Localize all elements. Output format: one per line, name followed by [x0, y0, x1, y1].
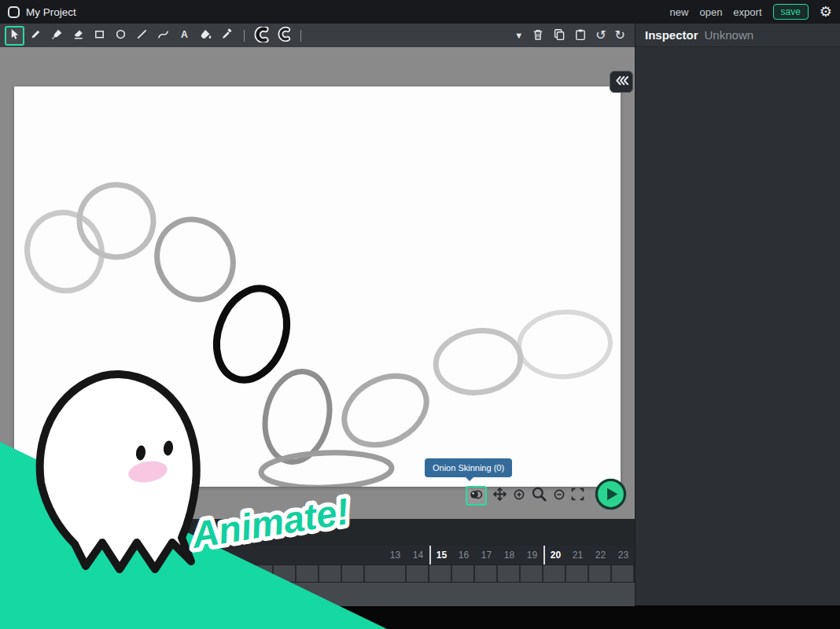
line-tool-button[interactable]	[132, 26, 152, 46]
timeline-cells[interactable]	[0, 565, 635, 583]
top-bar: My Project new open export save ⚙	[0, 0, 840, 24]
rectangle-tool-button[interactable]	[90, 26, 109, 46]
curve-tool-button[interactable]	[153, 26, 173, 46]
eraser-icon	[72, 28, 84, 42]
timeline-frame-17[interactable]: 17	[475, 546, 498, 565]
frame-options-dropdown[interactable]: ▼	[514, 31, 523, 40]
svg-text:A: A	[181, 29, 188, 40]
pan-button[interactable]	[492, 487, 507, 504]
text-tool-button[interactable]: A	[175, 26, 194, 46]
ellipse-icon	[115, 28, 127, 42]
timeline-frame-15[interactable]: 15	[429, 546, 452, 565]
eraser-tool-button[interactable]	[68, 26, 88, 46]
trash-icon	[532, 28, 544, 43]
timeline-frame-22[interactable]: 22	[589, 546, 612, 565]
timeline-frame-16[interactable]: 16	[452, 546, 475, 565]
clip-after-button[interactable]	[274, 26, 293, 46]
zoom-in-button[interactable]	[513, 488, 525, 503]
zoom-in-icon	[513, 488, 525, 503]
clip-before-button[interactable]	[252, 26, 271, 46]
eyedropper-icon	[221, 28, 233, 42]
text-tool-icon: A	[179, 28, 190, 42]
timeline-frame-18[interactable]: 18	[498, 546, 521, 565]
new-button[interactable]: new	[670, 6, 689, 18]
clip-after-icon	[276, 27, 292, 44]
app-logo-icon	[8, 6, 20, 18]
rectangle-icon	[94, 28, 105, 42]
eyedropper-tool-button[interactable]	[217, 26, 237, 46]
zoom-out-button[interactable]	[553, 488, 566, 503]
timeline: 1314151617181920212223	[0, 519, 635, 606]
select-tool-button[interactable]	[5, 26, 24, 46]
inspector-panel	[635, 47, 840, 605]
zoom-out-icon	[553, 488, 566, 503]
toolbar-separator	[300, 30, 301, 42]
pen-tool-button[interactable]	[47, 26, 67, 46]
fill-tool-button[interactable]	[196, 26, 216, 46]
inspector-header: Inspector Unknown	[635, 24, 840, 47]
fit-screen-button[interactable]	[571, 487, 584, 503]
onion-skin-icon	[470, 488, 483, 503]
timeline-frame-numbers[interactable]: 1314151617181920212223	[0, 546, 635, 565]
zoom-level-button[interactable]	[531, 486, 547, 505]
timeline-frame-14[interactable]: 14	[407, 546, 429, 565]
canvas-zoom-toolbar	[466, 478, 627, 513]
onion-skin-button[interactable]	[466, 486, 487, 506]
line-icon	[136, 28, 148, 42]
onion-skinning-tooltip: Onion Skinning (0)	[425, 458, 512, 477]
timeline-lower-band	[0, 583, 635, 606]
tooltip-text: Onion Skinning (0)	[433, 463, 504, 473]
timeline-frame-20[interactable]: 20	[543, 546, 566, 565]
paint-bucket-icon	[200, 28, 212, 42]
curve-icon	[157, 28, 169, 42]
undo-button[interactable]: ↺	[595, 29, 606, 42]
copy-icon	[553, 28, 566, 43]
inspector-selection: Unknown	[705, 28, 754, 42]
delete-frame-button[interactable]	[532, 28, 544, 43]
timeline-frame-19[interactable]: 19	[521, 546, 543, 565]
pen-icon	[51, 28, 63, 42]
play-icon	[595, 478, 627, 513]
paste-icon	[574, 28, 587, 43]
drawing-canvas[interactable]	[14, 86, 621, 487]
ellipse-tool-button[interactable]	[111, 26, 131, 46]
project-title: My Project	[26, 6, 76, 18]
magnifier-icon	[531, 486, 547, 505]
redo-icon: ↻	[615, 29, 625, 42]
toolbar-separator	[244, 30, 245, 42]
tool-bar: A	[0, 24, 635, 47]
timeline-frame-21[interactable]: 21	[566, 546, 589, 565]
tooltip-arrow	[466, 477, 473, 481]
select-cursor-icon	[9, 28, 20, 42]
onion-skin-drawing	[14, 86, 621, 487]
timeline-frame-13[interactable]: 13	[384, 546, 407, 565]
copy-frame-button[interactable]	[553, 28, 566, 43]
inspector-title: Inspector	[645, 28, 698, 42]
pencil-icon	[30, 28, 42, 42]
app-window: My Project new open export save ⚙	[0, 0, 840, 629]
triple-chevron-left-icon	[614, 75, 629, 89]
save-button[interactable]: save	[773, 4, 809, 20]
paste-frame-button[interactable]	[574, 28, 587, 43]
undo-icon: ↺	[595, 29, 606, 42]
open-button[interactable]: open	[699, 6, 722, 18]
collapse-inspector-button[interactable]	[610, 71, 633, 93]
export-button[interactable]: export	[733, 6, 761, 18]
timeline-frame-23[interactable]: 23	[612, 546, 635, 565]
play-button[interactable]	[595, 478, 627, 513]
fit-screen-icon	[571, 487, 584, 503]
canvas-backdrop: Onion Skinning (0)	[0, 47, 635, 519]
clip-before-icon	[253, 27, 270, 45]
pan-arrows-icon	[492, 487, 507, 504]
settings-gear-icon[interactable]: ⚙	[820, 5, 832, 19]
timeline-header-strip	[0, 519, 635, 546]
redo-button[interactable]: ↻	[615, 29, 625, 42]
pencil-tool-button[interactable]	[26, 26, 46, 46]
